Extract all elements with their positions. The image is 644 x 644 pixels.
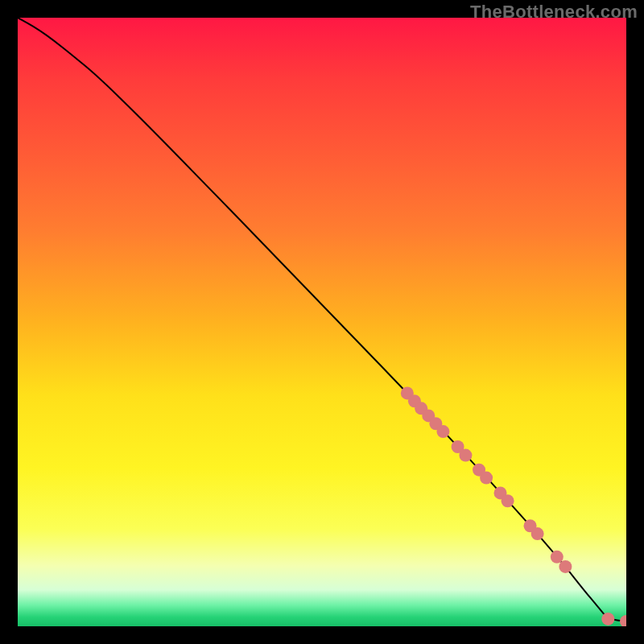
watermark-label: TheBottleneck.com	[470, 2, 638, 23]
curve-marker	[502, 494, 514, 507]
curve-marker	[480, 472, 493, 485]
curve-marker	[436, 425, 449, 438]
plot-svg	[18, 18, 626, 626]
curve-marker	[559, 560, 572, 573]
curve-marker	[601, 613, 614, 625]
curve-marker	[551, 551, 564, 564]
curve-marker	[531, 527, 544, 540]
curve-marker	[459, 449, 472, 462]
chart-stage: TheBottleneck.com	[0, 0, 644, 644]
